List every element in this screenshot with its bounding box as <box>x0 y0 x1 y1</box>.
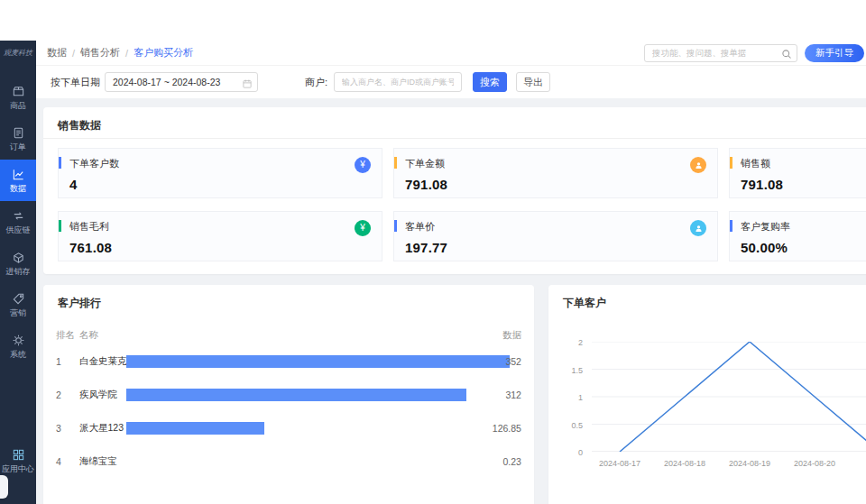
bar-track <box>126 422 521 435</box>
column-name: 名称 <box>79 329 126 342</box>
stat-tile: 客单价197.77 <box>393 211 718 261</box>
stat-label: 下单金额 <box>405 157 706 170</box>
card-title: 客户排行 <box>56 285 521 316</box>
customer-name: 海绵宝宝 <box>79 455 126 468</box>
stat-accent-bar <box>394 220 397 232</box>
breadcrumb-item[interactable]: 销售分析 <box>80 46 120 60</box>
app-window: 观麦科技 商品订单数据供应链进销存营销系统 应用中心 数据/销售分析/客户购买分… <box>0 41 866 504</box>
card-title: 销售数据 <box>43 107 866 139</box>
filter-bar: 按下单日期 商户: 搜索 导出 <box>36 67 866 98</box>
merchant-search-input[interactable] <box>334 72 462 92</box>
global-search-input[interactable] <box>644 44 797 62</box>
sidebar-expand-handle[interactable] <box>0 475 8 499</box>
card-title: 下单客户 <box>563 285 866 316</box>
line-chart-svg <box>592 342 866 452</box>
money-badge-icon: ¥ <box>355 220 371 236</box>
app-grid-icon <box>12 448 25 462</box>
yuan-badge-icon: ¥ <box>355 157 371 173</box>
merchant-label: 商户: <box>305 72 327 92</box>
column-value: 数据 <box>502 329 521 342</box>
sidebar-item-label: 进销存 <box>5 267 32 276</box>
supply-chain-icon <box>12 209 25 223</box>
stat-tile: 下单金额791.08 <box>393 148 718 198</box>
sidebar-item-system[interactable]: 系统 <box>0 325 36 367</box>
header-bar: 数据/销售分析/客户购买分析 新手引导 <box>36 41 866 66</box>
sidebar-item-label: 数据 <box>8 184 28 193</box>
stat-value: 197.77 <box>405 240 706 255</box>
date-type-label: 按下单日期 <box>51 76 100 89</box>
sidebar-item-label: 供应链 <box>5 225 32 234</box>
gear-icon <box>12 334 25 347</box>
sidebar-item-app-center[interactable]: 应用中心 <box>0 448 36 473</box>
order-customers-card: 下单客户 00.511.52 2024-08-172024-08-182024-… <box>548 285 866 504</box>
column-rank: 排名 <box>56 329 79 342</box>
stat-tile: 销售毛利761.08¥ <box>58 211 382 261</box>
content-area: 销售数据 下单客户数4¥下单金额791.08销售额791.08销售毛利761.0… <box>36 98 866 504</box>
box-icon <box>12 85 25 98</box>
stat-label: 客户复购率 <box>741 220 866 234</box>
breadcrumb-item[interactable]: 数据 <box>47 46 67 60</box>
date-type-dropdown[interactable]: 按下单日期 <box>51 72 112 92</box>
beginner-guide-button[interactable]: 新手引导 <box>805 44 864 62</box>
ranking-row: 3派大星123126.85 <box>56 411 521 444</box>
global-search <box>644 43 797 62</box>
y-tick-label: 1 <box>559 393 583 402</box>
customer-name: 疾风学院 <box>79 389 126 401</box>
search-icon[interactable] <box>781 47 792 58</box>
bar <box>126 355 510 368</box>
sidebar-item-goods[interactable]: 商品 <box>0 77 36 118</box>
rank-value: 352 <box>505 356 521 367</box>
sales-stats-grid: 下单客户数4¥下单金额791.08销售额791.08销售毛利761.08¥客单价… <box>43 139 866 274</box>
header-right: 新手引导 <box>644 43 864 62</box>
ranking-row: 2疾风学院312 <box>56 378 521 411</box>
bar-track <box>126 355 521 368</box>
rank-number: 4 <box>56 456 79 467</box>
sidebar-item-label: 应用中心 <box>0 464 36 473</box>
stat-accent-bar <box>59 157 61 169</box>
ranking-rows: 1白金史莱克3522疾风学院3123派大星123126.854海绵宝宝0.23 <box>56 344 521 478</box>
y-tick-label: 2 <box>559 338 583 347</box>
date-range-input[interactable] <box>105 72 258 92</box>
ranking-row: 4海绵宝宝0.23 <box>56 444 521 478</box>
search-button[interactable]: 搜索 <box>473 72 507 92</box>
stat-value: 791.08 <box>405 177 706 192</box>
breadcrumb: 数据/销售分析/客户购买分析 <box>47 46 193 60</box>
rank-value: 126.85 <box>493 423 521 434</box>
ranking-table-header: 排名 名称 数据 <box>56 326 521 344</box>
rank-value: 312 <box>505 389 521 400</box>
person-badge-icon <box>690 157 706 173</box>
stat-accent-bar <box>59 220 61 232</box>
screen: 观麦科技 商品订单数据供应链进销存营销系统 应用中心 数据/销售分析/客户购买分… <box>0 0 866 504</box>
sidebar-item-orders[interactable]: 订单 <box>0 118 36 160</box>
calendar-icon[interactable] <box>242 77 253 87</box>
sidebar-item-data[interactable]: 数据 <box>0 160 36 201</box>
sidebar-item-label: 订单 <box>8 142 28 151</box>
y-tick-label: 0.5 <box>559 421 583 430</box>
stat-label: 客单价 <box>405 220 706 234</box>
sidebar-item-inventory[interactable]: 进销存 <box>0 243 36 284</box>
stat-label: 下单客户数 <box>69 157 371 170</box>
stat-accent-bar <box>394 157 397 169</box>
customer-ranking-card: 客户排行 排名 名称 数据 1白金史莱克3522疾风学院3123派大星12312… <box>43 285 534 504</box>
rank-value: 0.23 <box>503 456 521 467</box>
rank-number: 3 <box>56 423 79 434</box>
stat-accent-bar <box>730 157 732 169</box>
sidebar-item-supply-chain[interactable]: 供应链 <box>0 201 36 243</box>
x-tick-label: 2024-08-20 <box>787 459 843 468</box>
export-button[interactable]: 导出 <box>516 72 550 92</box>
line-chart: 00.511.52 2024-08-172024-08-182024-08-19… <box>563 338 866 504</box>
sidebar-item-label: 营销 <box>8 308 28 317</box>
stat-value: 761.08 <box>69 240 371 255</box>
sidebar-item-marketing[interactable]: 营销 <box>0 284 36 325</box>
y-tick-label: 1.5 <box>559 366 583 375</box>
bar <box>126 422 264 435</box>
x-tick-label: 2024-08-17 <box>592 459 648 468</box>
sidebar-item-label: 商品 <box>8 101 28 110</box>
bar-track <box>126 389 521 401</box>
merchant-search <box>334 72 462 92</box>
price-badge-icon <box>690 220 706 236</box>
breadcrumb-item[interactable]: 客户购买分析 <box>134 46 193 60</box>
x-tick-label: 2024-08-19 <box>722 459 778 468</box>
breadcrumb-separator: / <box>72 48 75 59</box>
sidebar-menu: 商品订单数据供应链进销存营销系统 <box>0 77 36 367</box>
